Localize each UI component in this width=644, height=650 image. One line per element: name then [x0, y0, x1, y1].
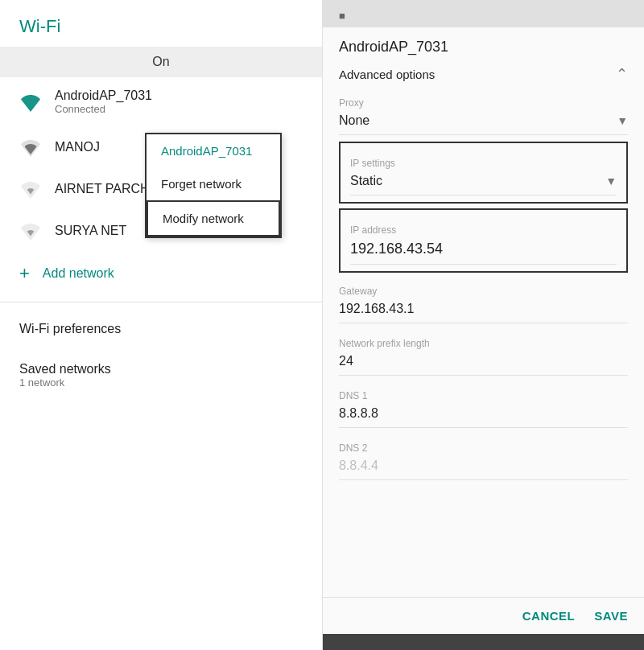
network-item-androidap[interactable]: AndroidAP_7031 Connected	[0, 77, 322, 126]
right-footer: CANCEL SAVE	[323, 597, 644, 634]
plus-icon: +	[19, 263, 30, 284]
wifi-preferences-item[interactable]: Wi-Fi preferences	[0, 309, 322, 349]
ip-settings-value[interactable]: Static ▼	[350, 171, 617, 195]
prefix-length-value[interactable]: 24	[339, 351, 628, 376]
prefix-length-field-group: Network prefix length 24	[339, 330, 628, 376]
wifi-preferences-label: Wi-Fi preferences	[19, 322, 121, 335]
ip-address-box: IP address 192.168.43.54	[339, 208, 628, 273]
ip-address-value[interactable]: 192.168.43.54	[350, 237, 617, 265]
network-detail-panel: ■ AndroidAP_7031 Advanced options ⌃ Prox…	[322, 0, 644, 650]
advanced-options-label: Advanced options	[339, 68, 435, 81]
proxy-dropdown-arrow: ▼	[617, 114, 628, 127]
context-menu: AndroidAP_7031 Forget network Modify net…	[145, 133, 282, 238]
saved-networks-sub: 1 network	[19, 376, 303, 389]
right-header: ■	[323, 0, 644, 27]
right-header-label: ■	[339, 10, 345, 22]
network-info-androidap: AndroidAP_7031 Connected	[55, 88, 303, 115]
gateway-field-group: Gateway 192.168.43.1	[339, 278, 628, 323]
proxy-label: Proxy	[339, 89, 628, 109]
divider-1	[0, 302, 322, 302]
cancel-button[interactable]: CANCEL	[522, 609, 576, 623]
add-network-button[interactable]: + Add network	[0, 252, 322, 295]
prefix-length-label: Network prefix length	[339, 330, 628, 349]
form-content: Proxy None ▼ IP settings Static ▼ IP add…	[323, 89, 644, 597]
proxy-field-group: Proxy None ▼	[339, 89, 628, 135]
context-menu-item-forget[interactable]: Forget network	[147, 167, 280, 200]
saved-networks-item[interactable]: Saved networks 1 network	[0, 349, 322, 401]
signal-icon-suryanet	[19, 221, 42, 241]
wifi-status-bar: On	[0, 47, 322, 77]
dns1-field-group: DNS 1 8.8.8.8	[339, 382, 628, 428]
proxy-value[interactable]: None ▼	[339, 110, 628, 135]
chevron-up-icon: ⌃	[616, 65, 628, 83]
signal-icon-manoj	[19, 138, 42, 157]
context-menu-item-network[interactable]: AndroidAP_7031	[147, 134, 280, 167]
advanced-options-row[interactable]: Advanced options ⌃	[323, 59, 644, 89]
signal-icon-androidap	[19, 93, 42, 112]
wifi-status-label: On	[152, 55, 169, 68]
save-button[interactable]: SAVE	[594, 609, 628, 623]
ip-settings-box: IP settings Static ▼	[339, 142, 628, 204]
right-bottom-bar	[323, 634, 644, 650]
signal-icon-airnet	[19, 179, 42, 199]
wifi-title: Wi-Fi	[0, 0, 322, 47]
context-menu-item-modify[interactable]: Modify network	[147, 200, 280, 237]
gateway-value[interactable]: 192.168.43.1	[339, 298, 628, 323]
wifi-panel: Wi-Fi On AndroidAP_7031 Connected	[0, 0, 322, 650]
ip-settings-dropdown-arrow: ▼	[605, 175, 617, 187]
gateway-label: Gateway	[339, 278, 628, 297]
dns1-value[interactable]: 8.8.8.8	[339, 403, 628, 428]
ip-address-label: IP address	[350, 216, 617, 236]
dns1-label: DNS 1	[339, 382, 628, 401]
dns2-field-group: DNS 2 8.8.4.4	[339, 434, 628, 480]
ip-settings-label: IP settings	[350, 150, 617, 169]
network-status-androidap: Connected	[55, 103, 303, 115]
dns2-value[interactable]: 8.8.4.4	[339, 455, 628, 480]
dns2-label: DNS 2	[339, 434, 628, 454]
network-detail-title: AndroidAP_7031	[323, 27, 644, 59]
network-name-androidap: AndroidAP_7031	[55, 88, 303, 103]
add-network-label: Add network	[43, 266, 114, 281]
saved-networks-label: Saved networks	[19, 362, 303, 376]
